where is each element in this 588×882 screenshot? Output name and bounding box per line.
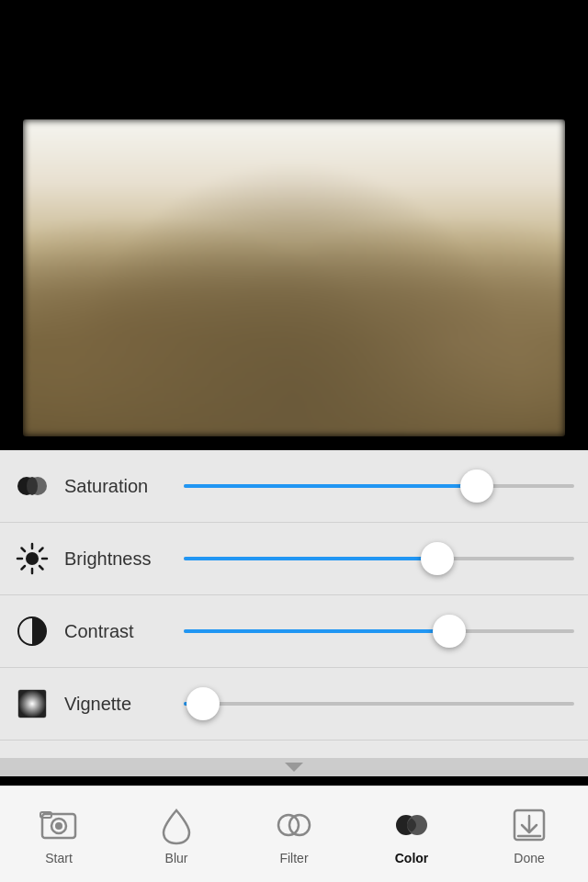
tab-blur-label: Blur bbox=[165, 851, 188, 865]
chevron-down-icon bbox=[285, 763, 303, 772]
tab-done[interactable]: Done bbox=[474, 793, 584, 876]
photo-background bbox=[23, 119, 565, 436]
svg-point-18 bbox=[55, 822, 62, 830]
svg-line-8 bbox=[22, 548, 26, 552]
svg-line-9 bbox=[40, 566, 43, 570]
saturation-row: Saturation bbox=[0, 450, 588, 523]
sliders-panel: Saturation Brightness bbox=[0, 450, 588, 776]
blur-icon bbox=[154, 803, 198, 847]
photo-preview bbox=[23, 119, 565, 436]
tab-start-label: Start bbox=[45, 851, 73, 865]
vignette-track bbox=[184, 702, 574, 706]
contrast-row: Contrast bbox=[0, 595, 588, 668]
saturation-track bbox=[184, 484, 574, 488]
tab-color[interactable]: Color bbox=[356, 793, 467, 876]
contrast-fill bbox=[184, 629, 449, 633]
brightness-icon bbox=[15, 541, 50, 576]
saturation-label: Saturation bbox=[64, 476, 184, 497]
tab-start[interactable]: Start bbox=[4, 793, 114, 876]
vignette-row: Vignette bbox=[0, 668, 588, 741]
image-area bbox=[0, 0, 588, 450]
brightness-track bbox=[184, 557, 574, 560]
vignette-icon-container bbox=[0, 688, 64, 719]
vignette-thumb[interactable] bbox=[187, 687, 220, 720]
brightness-slider[interactable] bbox=[184, 540, 588, 577]
brightness-row: Brightness bbox=[0, 523, 588, 595]
color-icon bbox=[390, 803, 434, 847]
vignette-icon bbox=[17, 688, 48, 719]
svg-line-11 bbox=[22, 566, 26, 570]
svg-point-2 bbox=[27, 477, 38, 495]
contrast-track bbox=[184, 629, 574, 633]
filter-icon bbox=[272, 803, 316, 847]
done-icon bbox=[507, 803, 551, 847]
tab-filter-label: Filter bbox=[279, 851, 308, 865]
tab-done-label: Done bbox=[514, 851, 544, 865]
saturation-icon bbox=[15, 469, 50, 503]
svg-point-3 bbox=[26, 552, 39, 565]
saturation-slider[interactable] bbox=[184, 468, 588, 504]
more-indicator[interactable] bbox=[0, 758, 588, 776]
vignette-slider[interactable] bbox=[184, 685, 588, 722]
saturation-thumb[interactable] bbox=[460, 469, 493, 503]
saturation-icon-container bbox=[0, 469, 64, 503]
tab-bar: Start Blur Filter bbox=[0, 786, 588, 882]
contrast-icon-container bbox=[0, 616, 64, 647]
start-icon bbox=[37, 803, 81, 847]
contrast-thumb[interactable] bbox=[433, 615, 466, 648]
tab-blur[interactable]: Blur bbox=[121, 793, 232, 876]
contrast-label: Contrast bbox=[64, 621, 184, 642]
brightness-icon-container bbox=[0, 541, 64, 576]
saturation-fill bbox=[184, 484, 477, 488]
brightness-fill bbox=[184, 557, 437, 560]
brightness-label: Brightness bbox=[64, 548, 184, 570]
svg-line-10 bbox=[40, 548, 43, 552]
vignette-label: Vignette bbox=[64, 694, 184, 715]
tab-color-label: Color bbox=[395, 851, 429, 865]
tab-filter[interactable]: Filter bbox=[239, 793, 349, 876]
svg-rect-14 bbox=[18, 690, 46, 718]
contrast-icon bbox=[17, 616, 48, 647]
brightness-thumb[interactable] bbox=[421, 542, 454, 575]
contrast-slider[interactable] bbox=[184, 613, 588, 650]
